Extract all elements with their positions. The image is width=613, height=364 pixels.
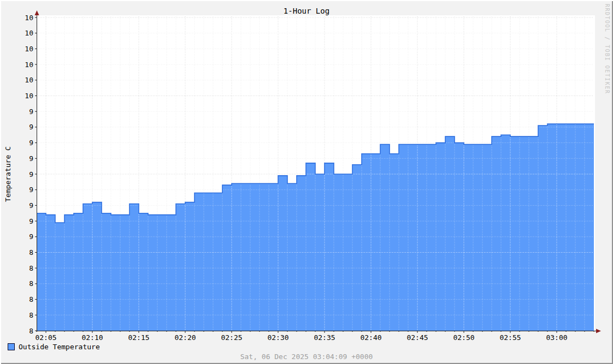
svg-text:02:35: 02:35 bbox=[314, 333, 335, 342]
svg-text:10: 10 bbox=[25, 14, 33, 22]
svg-text:9: 9 bbox=[29, 123, 33, 131]
svg-text:8: 8 bbox=[29, 311, 33, 319]
svg-text:10: 10 bbox=[25, 76, 33, 84]
svg-text:02:40: 02:40 bbox=[360, 333, 381, 342]
svg-text:02:20: 02:20 bbox=[174, 333, 196, 342]
svg-text:8: 8 bbox=[29, 295, 33, 303]
svg-text:02:30: 02:30 bbox=[267, 333, 288, 342]
temperature-area-chart: 10101010101099999999988888802:0502:1002:… bbox=[0, 0, 613, 364]
svg-text:03:00: 03:00 bbox=[546, 333, 567, 342]
y-axis-arrow bbox=[35, 10, 39, 15]
svg-text:02:45: 02:45 bbox=[406, 333, 428, 342]
svg-text:02:25: 02:25 bbox=[221, 333, 242, 342]
svg-text:9: 9 bbox=[29, 108, 33, 116]
footer-timestamp: Sat, 06 Dec 2025 03:04:09 +0000 bbox=[0, 353, 613, 361]
svg-text:10: 10 bbox=[25, 61, 33, 69]
svg-text:9: 9 bbox=[29, 201, 33, 210]
x-tick-labels: 02:0502:1002:1502:2002:2502:3002:3502:40… bbox=[35, 333, 567, 342]
svg-text:02:50: 02:50 bbox=[453, 333, 474, 342]
legend-color-swatch bbox=[8, 343, 15, 350]
svg-text:9: 9 bbox=[29, 217, 33, 225]
svg-text:02:05: 02:05 bbox=[35, 333, 56, 342]
svg-text:9: 9 bbox=[29, 186, 33, 194]
svg-text:10: 10 bbox=[25, 92, 33, 100]
svg-text:8: 8 bbox=[29, 248, 33, 256]
svg-text:9: 9 bbox=[29, 170, 33, 178]
rrdtool-graph: 1-Hour Log RRDTOOL / TOBI OETIKER Temper… bbox=[0, 0, 613, 364]
legend: Outside Temperature bbox=[8, 343, 100, 351]
svg-text:02:15: 02:15 bbox=[128, 333, 149, 342]
svg-text:10: 10 bbox=[25, 29, 33, 37]
svg-text:9: 9 bbox=[29, 139, 33, 147]
svg-text:8: 8 bbox=[29, 279, 33, 288]
svg-text:9: 9 bbox=[29, 154, 33, 163]
svg-text:02:55: 02:55 bbox=[499, 333, 521, 342]
svg-text:02:10: 02:10 bbox=[81, 333, 103, 342]
svg-text:9: 9 bbox=[29, 232, 33, 241]
svg-text:10: 10 bbox=[25, 45, 33, 53]
svg-text:8: 8 bbox=[29, 264, 33, 272]
legend-label: Outside Temperature bbox=[19, 343, 100, 351]
svg-text:8: 8 bbox=[29, 327, 33, 335]
x-axis-arrow bbox=[596, 329, 601, 333]
y-tick-labels: 101010101010999999999888888 bbox=[25, 14, 33, 335]
